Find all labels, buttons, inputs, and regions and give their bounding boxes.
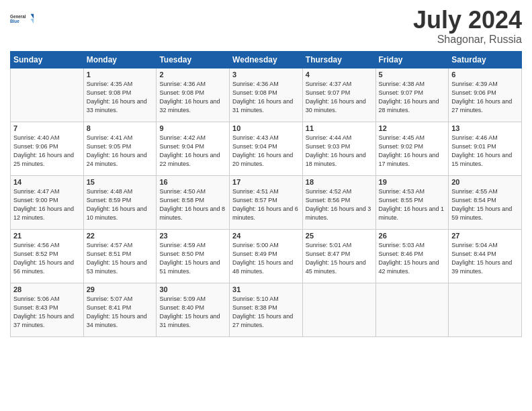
calendar-cell: 5 Sunrise: 4:38 AMSunset: 9:07 PMDayligh… xyxy=(375,68,449,122)
calendar-week-row: 21 Sunrise: 4:56 AMSunset: 8:52 PMDaylig… xyxy=(11,229,522,283)
cell-text: Sunrise: 4:51 AMSunset: 8:57 PMDaylight:… xyxy=(232,188,298,221)
day-number: 7 xyxy=(13,124,81,132)
calendar-cell: 22 Sunrise: 4:57 AMSunset: 8:51 PMDaylig… xyxy=(83,229,157,283)
cell-text: Sunrise: 4:36 AMSunset: 9:08 PMDaylight:… xyxy=(232,81,293,113)
title-block: July 2024 Shagonar, Russia xyxy=(413,7,522,46)
calendar-cell: 23 Sunrise: 4:59 AMSunset: 8:50 PMDaylig… xyxy=(157,229,230,283)
day-number: 20 xyxy=(451,178,519,186)
day-number: 6 xyxy=(451,71,519,79)
calendar-cell: 20 Sunrise: 4:55 AMSunset: 8:54 PMDaylig… xyxy=(449,175,522,229)
day-number: 5 xyxy=(379,71,446,79)
logo-icon: General Blue xyxy=(10,7,34,31)
day-number: 29 xyxy=(87,285,154,293)
cell-text: Sunrise: 4:40 AMSunset: 9:06 PMDaylight:… xyxy=(13,134,74,167)
day-number: 26 xyxy=(379,232,446,240)
cell-text: Sunrise: 4:39 AMSunset: 9:06 PMDaylight:… xyxy=(451,81,512,113)
calendar-cell: 6 Sunrise: 4:39 AMSunset: 9:06 PMDayligh… xyxy=(449,68,522,122)
cell-text: Sunrise: 4:50 AMSunset: 8:58 PMDaylight:… xyxy=(159,188,225,221)
cell-text: Sunrise: 5:00 AMSunset: 8:49 PMDaylight:… xyxy=(232,242,293,275)
cell-text: Sunrise: 4:38 AMSunset: 9:07 PMDaylight:… xyxy=(379,81,439,113)
cell-text: Sunrise: 4:47 AMSunset: 9:00 PMDaylight:… xyxy=(13,188,74,221)
day-number: 2 xyxy=(159,71,226,79)
calendar-cell: 24 Sunrise: 5:00 AMSunset: 8:49 PMDaylig… xyxy=(230,229,303,283)
day-number: 24 xyxy=(232,232,300,240)
calendar-cell: 1 Sunrise: 4:35 AMSunset: 9:08 PMDayligh… xyxy=(83,68,157,122)
svg-marker-2 xyxy=(31,14,34,19)
day-number: 19 xyxy=(379,178,446,186)
day-number: 4 xyxy=(306,71,373,79)
cell-text: Sunrise: 4:43 AMSunset: 9:04 PMDaylight:… xyxy=(232,134,293,167)
title-month: July 2024 xyxy=(413,7,522,34)
svg-text:General: General xyxy=(10,14,26,19)
day-number: 9 xyxy=(159,124,226,132)
calendar-cell: 28 Sunrise: 5:06 AMSunset: 8:43 PMDaylig… xyxy=(11,283,84,336)
col-wednesday: Wednesday xyxy=(230,51,303,68)
day-number: 21 xyxy=(13,232,81,240)
day-number: 3 xyxy=(232,71,300,79)
calendar-table: Sunday Monday Tuesday Wednesday Thursday… xyxy=(10,51,522,337)
svg-text:Blue: Blue xyxy=(10,19,19,24)
calendar-week-row: 7 Sunrise: 4:40 AMSunset: 9:06 PMDayligh… xyxy=(11,122,522,175)
calendar-week-row: 14 Sunrise: 4:47 AMSunset: 9:00 PMDaylig… xyxy=(11,175,522,229)
cell-text: Sunrise: 4:52 AMSunset: 8:56 PMDaylight:… xyxy=(306,188,371,221)
calendar-header-row: Sunday Monday Tuesday Wednesday Thursday… xyxy=(11,51,522,68)
day-number: 25 xyxy=(306,232,373,240)
day-number: 22 xyxy=(87,232,154,240)
cell-text: Sunrise: 4:59 AMSunset: 8:50 PMDaylight:… xyxy=(159,242,220,275)
day-number: 23 xyxy=(159,232,226,240)
day-number: 10 xyxy=(232,124,300,132)
col-thursday: Thursday xyxy=(302,51,375,68)
calendar-cell: 26 Sunrise: 5:03 AMSunset: 8:46 PMDaylig… xyxy=(375,229,449,283)
cell-text: Sunrise: 4:48 AMSunset: 8:59 PMDaylight:… xyxy=(87,188,147,221)
calendar-cell xyxy=(375,283,449,336)
calendar-page: General Blue July 2024 Shagonar, Russia … xyxy=(0,0,532,411)
calendar-cell xyxy=(11,68,84,122)
cell-text: Sunrise: 5:03 AMSunset: 8:46 PMDaylight:… xyxy=(379,242,439,275)
col-friday: Friday xyxy=(375,51,449,68)
col-sunday: Sunday xyxy=(11,51,84,68)
calendar-cell: 10 Sunrise: 4:43 AMSunset: 9:04 PMDaylig… xyxy=(230,122,303,175)
calendar-cell: 17 Sunrise: 4:51 AMSunset: 8:57 PMDaylig… xyxy=(230,175,303,229)
calendar-cell: 13 Sunrise: 4:46 AMSunset: 9:01 PMDaylig… xyxy=(449,122,522,175)
calendar-cell: 30 Sunrise: 5:09 AMSunset: 8:40 PMDaylig… xyxy=(157,283,230,336)
calendar-week-row: 1 Sunrise: 4:35 AMSunset: 9:08 PMDayligh… xyxy=(11,68,522,122)
title-location: Shagonar, Russia xyxy=(413,34,522,46)
calendar-cell: 19 Sunrise: 4:53 AMSunset: 8:55 PMDaylig… xyxy=(375,175,449,229)
cell-text: Sunrise: 4:46 AMSunset: 9:01 PMDaylight:… xyxy=(451,134,512,167)
calendar-cell: 27 Sunrise: 5:04 AMSunset: 8:44 PMDaylig… xyxy=(449,229,522,283)
cell-text: Sunrise: 4:37 AMSunset: 9:07 PMDaylight:… xyxy=(306,81,366,113)
cell-text: Sunrise: 5:09 AMSunset: 8:40 PMDaylight:… xyxy=(159,295,220,328)
day-number: 16 xyxy=(159,178,226,186)
day-number: 1 xyxy=(87,71,154,79)
day-number: 31 xyxy=(232,285,300,293)
day-number: 17 xyxy=(232,178,300,186)
cell-text: Sunrise: 4:42 AMSunset: 9:04 PMDaylight:… xyxy=(159,134,220,167)
cell-text: Sunrise: 5:01 AMSunset: 8:47 PMDaylight:… xyxy=(306,242,366,275)
header: General Blue July 2024 Shagonar, Russia xyxy=(10,7,522,46)
cell-text: Sunrise: 5:07 AMSunset: 8:41 PMDaylight:… xyxy=(87,295,147,328)
day-number: 12 xyxy=(379,124,446,132)
day-number: 18 xyxy=(306,178,373,186)
day-number: 8 xyxy=(87,124,154,132)
col-tuesday: Tuesday xyxy=(157,51,230,68)
cell-text: Sunrise: 4:41 AMSunset: 9:05 PMDaylight:… xyxy=(87,134,147,167)
day-number: 13 xyxy=(451,124,519,132)
calendar-cell: 14 Sunrise: 4:47 AMSunset: 9:00 PMDaylig… xyxy=(11,175,84,229)
calendar-week-row: 28 Sunrise: 5:06 AMSunset: 8:43 PMDaylig… xyxy=(11,283,522,336)
col-monday: Monday xyxy=(83,51,157,68)
calendar-cell: 11 Sunrise: 4:44 AMSunset: 9:03 PMDaylig… xyxy=(302,122,375,175)
cell-text: Sunrise: 4:44 AMSunset: 9:03 PMDaylight:… xyxy=(306,134,366,167)
cell-text: Sunrise: 4:57 AMSunset: 8:51 PMDaylight:… xyxy=(87,242,147,275)
calendar-cell: 21 Sunrise: 4:56 AMSunset: 8:52 PMDaylig… xyxy=(11,229,84,283)
logo: General Blue xyxy=(10,7,34,31)
calendar-cell: 12 Sunrise: 4:45 AMSunset: 9:02 PMDaylig… xyxy=(375,122,449,175)
cell-text: Sunrise: 5:06 AMSunset: 8:43 PMDaylight:… xyxy=(13,295,74,328)
day-number: 11 xyxy=(306,124,373,132)
col-saturday: Saturday xyxy=(449,51,522,68)
calendar-cell: 31 Sunrise: 5:10 AMSunset: 8:38 PMDaylig… xyxy=(230,283,303,336)
cell-text: Sunrise: 4:55 AMSunset: 8:54 PMDaylight:… xyxy=(451,188,512,221)
cell-text: Sunrise: 4:35 AMSunset: 9:08 PMDaylight:… xyxy=(87,81,147,113)
calendar-cell: 9 Sunrise: 4:42 AMSunset: 9:04 PMDayligh… xyxy=(157,122,230,175)
cell-text: Sunrise: 4:36 AMSunset: 9:08 PMDaylight:… xyxy=(159,81,220,113)
calendar-cell: 4 Sunrise: 4:37 AMSunset: 9:07 PMDayligh… xyxy=(302,68,375,122)
